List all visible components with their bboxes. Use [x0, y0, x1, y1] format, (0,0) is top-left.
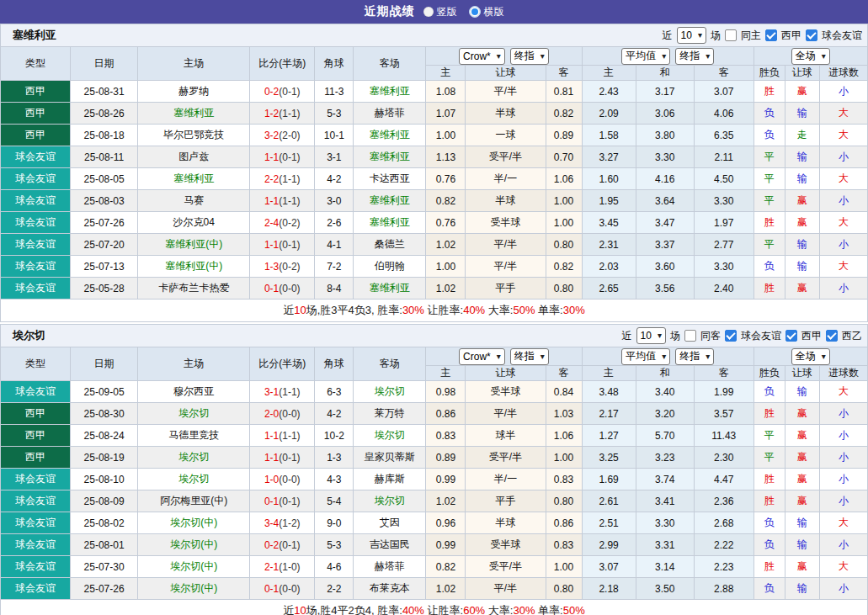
home-team-cell[interactable]: 塞维利亚(中) — [138, 256, 250, 278]
handicap-home-odds-cell: 0.98 — [426, 381, 466, 403]
score-cell: 1-0(0-0) — [250, 469, 315, 490]
summary-segment: 40% — [402, 604, 424, 615]
match-row: 球会友谊25-05-28卡萨布兰卡热爱0-1(0-0)8-4塞维利亚1.02平手… — [1, 278, 868, 300]
away-team-cell[interactable]: 塞维利亚 — [354, 190, 426, 212]
away-team-cell[interactable]: 塞维利亚 — [354, 125, 426, 146]
goals-result-cell: 小 — [819, 234, 867, 256]
corners-cell: 10-2 — [315, 425, 354, 447]
score-cell: 1-3(0-2) — [250, 256, 315, 278]
avg-draw-odds-cell: 5.70 — [636, 425, 694, 447]
column-header: 比分(半场) — [250, 47, 315, 81]
column-header: 角球 — [315, 47, 354, 81]
away-team-cell[interactable]: 埃尔切 — [354, 381, 426, 403]
odds-stage-select[interactable]: 终指▾ — [510, 48, 549, 65]
home-team-cell[interactable]: 马赛 — [138, 190, 250, 212]
home-team-cell[interactable]: 卡萨布兰卡热爱 — [138, 278, 250, 300]
handicap-away-odds-cell: 1.00 — [546, 190, 582, 212]
home-team-cell[interactable]: 毕尔巴鄂竞技 — [138, 125, 250, 146]
result-cell: 胜 — [754, 490, 785, 512]
home-team-cell[interactable]: 塞维利亚 — [138, 103, 250, 125]
away-team-cell[interactable]: 塞维利亚 — [354, 212, 426, 234]
result-cell: 平 — [754, 447, 785, 469]
filter-checkbox-label: 同主 — [741, 29, 761, 43]
handicap-away-odds-cell: 0.82 — [546, 103, 582, 125]
radio-button-icon[interactable] — [423, 7, 434, 17]
match-date-cell: 25-08-31 — [71, 81, 138, 103]
avg-away-odds-cell: 1.99 — [694, 381, 754, 403]
filter-checkbox-西乙[interactable] — [826, 330, 838, 342]
filter-checkbox-球会友谊[interactable] — [806, 29, 817, 41]
avg-stage-select[interactable]: 终指▾ — [675, 348, 714, 365]
home-team-cell[interactable]: 埃尔切 — [138, 469, 250, 490]
match-row: 西甲25-08-18毕尔巴鄂竞技3-2(2-0)10-1塞维利亚1.00一球0.… — [1, 125, 868, 146]
recent-count-select[interactable]: 10▾ — [636, 327, 666, 344]
handicap-home-odds-cell: 1.02 — [426, 234, 466, 256]
goals-result-cell: 小 — [819, 146, 867, 168]
home-team-cell[interactable]: 赫罗纳 — [138, 81, 250, 103]
home-team-cell[interactable]: 埃尔切 — [138, 403, 250, 425]
away-team-cell[interactable]: 塞维利亚 — [354, 146, 426, 168]
home-team-cell[interactable]: 马德里竞技 — [138, 425, 250, 447]
filter-checkbox-西甲[interactable] — [785, 330, 797, 342]
goals-result-cell: 小 — [819, 469, 867, 490]
avg-home-odds-cell: 1.60 — [582, 168, 636, 190]
home-team-cell[interactable]: 埃尔切(中) — [138, 534, 250, 556]
home-team-cell[interactable]: 埃尔切(中) — [138, 512, 250, 534]
avg-company-select[interactable]: 平均值▾ — [621, 348, 670, 365]
summary-segment: 让胜率: — [424, 304, 463, 316]
radio-button-icon[interactable] — [469, 6, 481, 18]
away-team-cell[interactable]: 布莱克本 — [354, 578, 426, 600]
goals-result-cell: 大 — [819, 256, 867, 278]
home-team-cell[interactable]: 塞维利亚 — [138, 168, 250, 190]
away-team-cell[interactable]: 赫库斯 — [354, 469, 426, 490]
home-team-cell[interactable]: 图卢兹 — [138, 146, 250, 168]
away-team-cell[interactable]: 艾因 — [354, 512, 426, 534]
filter-checkbox-球会友谊[interactable] — [725, 330, 737, 342]
column-header: 日期 — [71, 347, 138, 381]
scope-select[interactable]: 全场▾ — [791, 348, 830, 365]
filter-checkbox-同主[interactable] — [725, 29, 737, 41]
avg-company-select[interactable]: 平均值▾ — [621, 48, 670, 65]
away-team-cell[interactable]: 吉达国民 — [354, 534, 426, 556]
away-team-cell[interactable]: 卡达西亚 — [354, 168, 426, 190]
away-team-cell[interactable]: 赫塔菲 — [354, 103, 426, 125]
away-team-cell[interactable]: 桑德兰 — [354, 234, 426, 256]
avg-stage-select[interactable]: 终指▾ — [675, 48, 714, 65]
away-team-cell[interactable]: 塞维利亚 — [354, 278, 426, 300]
recent-label: 近 — [663, 29, 673, 43]
home-team-cell[interactable]: 穆尔西亚 — [138, 381, 250, 403]
home-team-cell[interactable]: 沙尔克04 — [138, 212, 250, 234]
away-team-cell[interactable]: 塞维利亚 — [354, 81, 426, 103]
away-team-cell[interactable]: 埃尔切 — [354, 490, 426, 512]
recent-count-select[interactable]: 10▾ — [677, 27, 706, 44]
match-row: 球会友谊25-08-09阿尔梅里亚(中)0-1(0-1)5-4埃尔切1.02平手… — [1, 490, 868, 512]
scope-select[interactable]: 全场▾ — [791, 48, 830, 65]
radio-vertical[interactable]: 竖版 — [423, 5, 457, 19]
radio-horizontal[interactable]: 横版 — [469, 5, 504, 19]
away-team-cell[interactable]: 莱万特 — [354, 403, 426, 425]
dropdown-arrow-icon: ▾ — [822, 353, 826, 361]
odds-stage-select[interactable]: 终指▾ — [510, 348, 549, 365]
away-team-cell[interactable]: 伯明翰 — [354, 256, 426, 278]
odds-company-select[interactable]: Crow*▾ — [459, 348, 505, 365]
section-header: 埃尔切近10▾场同客球会友谊西甲西乙 — [0, 324, 868, 347]
asian-result-cell: 输 — [785, 256, 819, 278]
away-team-cell[interactable]: 赫塔菲 — [354, 556, 426, 578]
match-row: 西甲25-08-30埃尔切2-0(0-0)4-2莱万特0.86平/半1.032.… — [1, 403, 868, 425]
home-team-cell[interactable]: 阿尔梅里亚(中) — [138, 490, 250, 512]
handicap-away-odds-cell: 0.70 — [546, 146, 582, 168]
away-team-cell[interactable]: 皇家贝蒂斯 — [354, 447, 426, 469]
filter-checkbox-同客[interactable] — [684, 330, 696, 342]
home-team-cell[interactable]: 塞维利亚(中) — [138, 234, 250, 256]
handicap-away-odds-cell: 1.00 — [546, 556, 582, 578]
home-team-cell[interactable]: 埃尔切(中) — [138, 578, 250, 600]
home-team-cell[interactable]: 埃尔切(中) — [138, 556, 250, 578]
recent-results-page: 近期战绩 竖版 横版 塞维利亚近10▾场同主西甲球会友谊类型日期主场比分(半场)… — [0, 0, 868, 615]
filter-checkbox-西甲[interactable] — [765, 29, 777, 41]
odds-company-select[interactable]: Crow*▾ — [459, 48, 505, 65]
home-team-cell[interactable]: 埃尔切 — [138, 447, 250, 469]
away-team-cell[interactable]: 埃尔切 — [354, 425, 426, 447]
handicap-home-odds-cell: 1.08 — [426, 81, 466, 103]
asian-result-cell: 输 — [785, 534, 819, 556]
match-row: 球会友谊25-08-05塞维利亚2-2(1-1)4-2卡达西亚0.76半/一1.… — [1, 168, 868, 190]
